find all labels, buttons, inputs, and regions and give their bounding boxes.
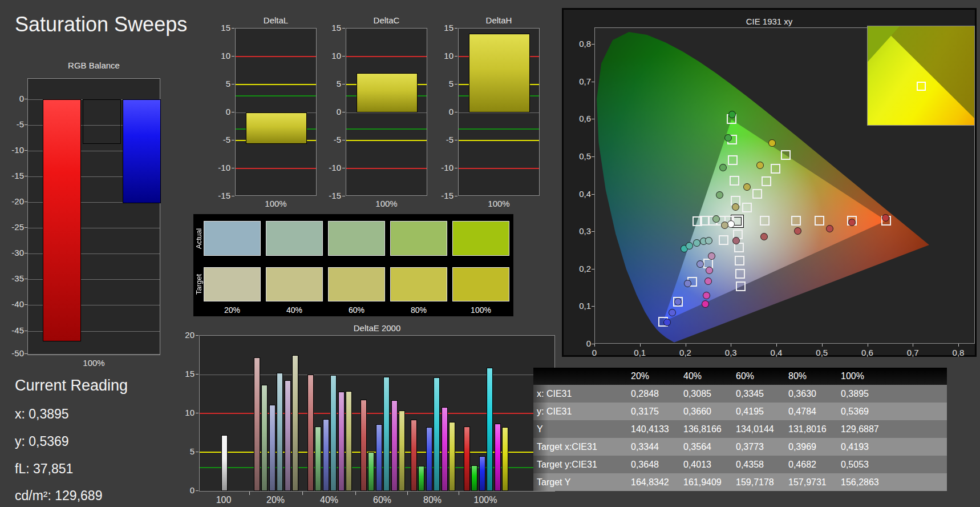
deltae-bar-100%-4: [495, 424, 501, 491]
table-cell: 0,3345: [732, 389, 785, 399]
delta-ref-line: [346, 168, 427, 169]
delta-ref-line: [459, 168, 539, 169]
rgb-y-tick-label: -20: [1, 196, 24, 206]
deltae-bar-40%-4: [338, 392, 345, 491]
cie-x-tick: [822, 344, 823, 347]
cie-y-tick-label: 0,6: [570, 114, 591, 123]
swatch-actual-20%: [204, 221, 261, 256]
cie-target-square: [693, 216, 702, 226]
cie-target-square: [730, 176, 739, 186]
delta-y-tick-label: -10: [433, 163, 453, 172]
table-row-label: Target Y: [533, 477, 627, 488]
delta-y-tick: [232, 28, 234, 29]
rgb-y-tick: [25, 304, 27, 305]
cie-y-tick: [592, 231, 594, 232]
delta-y-tick-label: 0: [433, 107, 453, 116]
delta-plot-deltac: [346, 28, 427, 196]
cie-measurement-dot: [728, 111, 736, 118]
swatch-row-label-actual: Actual: [195, 221, 203, 256]
deltae-y-tick-label: 0: [174, 485, 195, 495]
rgb-y-tick-label: -25: [1, 222, 24, 232]
delta-y-tick-label: -10: [321, 163, 341, 172]
delta-y-tick-label: -5: [210, 135, 230, 144]
delta-y-tick: [455, 112, 457, 112]
delta-ref-line: [236, 95, 316, 96]
table-cell: 0,3344: [627, 442, 680, 452]
swatch-row-label-target: Target: [195, 267, 203, 301]
deltae-x-tick: [249, 492, 250, 495]
deltae-bar-20%-4: [285, 380, 291, 491]
table-header-cell: 40%: [680, 371, 732, 381]
cie-x-tick-label: 0,4: [765, 348, 788, 357]
delta-y-tick-label: -15: [210, 191, 230, 200]
results-table: 20%40%60%80%100%x: CIE310,28480,30850,33…: [533, 368, 947, 490]
table-cell: 0,3660: [680, 407, 732, 417]
table-cell: 0,4784: [785, 407, 837, 417]
deltae-y-tick: [196, 374, 199, 375]
cie-x-tick: [776, 344, 777, 347]
cie-y-tick-label: 0,1: [570, 301, 591, 311]
delta-y-tick-label: -10: [210, 163, 230, 172]
delta-ref-line: [236, 84, 316, 85]
swatch-target-40%: [266, 267, 323, 301]
cie-x-tick-label: 0,5: [811, 348, 833, 357]
table-cell: 0,3969: [785, 442, 837, 452]
delta-y-tick: [342, 28, 345, 29]
delta-grid-line: [459, 112, 539, 113]
table-row-label: x: CIE31: [533, 389, 627, 399]
table-row: y: CIE310,31750,36600,41950,47840,5369: [533, 403, 947, 420]
delta-y-tick: [342, 140, 345, 140]
table-cell: 134,0144: [732, 424, 785, 434]
delta-x-label: 100%: [235, 199, 317, 208]
rgb-y-tick-label: -40: [1, 299, 24, 309]
delta-title-deltal: DeltaL: [235, 15, 317, 25]
deltae-bar-100%-2: [479, 456, 485, 491]
cie-target-square: [752, 189, 762, 199]
deltae-bar-60%-4: [391, 400, 398, 491]
delta-y-tick-label: 10: [321, 51, 341, 61]
current-reading-line: x: 0,3895: [15, 407, 69, 422]
deltae-bar-100-0: [221, 435, 228, 491]
deltae-y-tick: [196, 335, 199, 336]
delta-y-tick: [455, 196, 457, 196]
delta-bar: [246, 112, 307, 144]
delta-bar: [357, 73, 418, 112]
cie-y-tick: [592, 156, 594, 157]
cie-x-tick-label: 0,7: [901, 348, 924, 357]
table-cell: 159,7178: [732, 477, 785, 488]
cie-x-tick: [686, 344, 686, 347]
delta-y-tick-label: 5: [210, 79, 230, 88]
table-cell: 0,3773: [732, 442, 785, 452]
cie-title: CIE 1931 xy: [564, 17, 975, 26]
delta-y-tick-label: 15: [433, 23, 453, 33]
cie-x-tick: [913, 344, 913, 347]
delta-y-tick: [342, 112, 345, 112]
rgb-bar-green: [83, 99, 121, 144]
rgb-y-tick: [25, 279, 27, 279]
delta-y-tick-label: -5: [433, 135, 453, 144]
swatch-col-label: 20%: [204, 305, 261, 315]
swatch-target-100%: [452, 267, 509, 301]
swatch-target-60%: [328, 267, 385, 301]
deltae-x-label-100: 100: [201, 495, 246, 505]
rgb-y-tick: [25, 202, 27, 202]
delta-y-tick-label: 15: [321, 23, 341, 33]
table-cell: 0,4682: [785, 460, 837, 470]
table-row: Y140,4133136,8166134,0144131,8016129,688…: [533, 420, 947, 438]
deltae-x-label-20%: 20%: [253, 495, 298, 505]
delta-y-tick: [455, 56, 457, 57]
delta-y-tick: [455, 28, 457, 29]
deltae-bar-80%-1: [418, 466, 424, 491]
cie-x-tick-label: 0,6: [856, 348, 879, 357]
table-cell: 131,8016: [785, 424, 837, 434]
table-cell: 136,8166: [680, 424, 732, 434]
cie-y-tick: [592, 269, 594, 269]
deltae-bar-100%-0: [464, 426, 470, 491]
rgb-y-tick: [25, 353, 27, 354]
cie-zoom-minimap: [867, 26, 975, 126]
table-cell: 129,6887: [837, 424, 890, 434]
rgb-y-tick: [25, 99, 27, 99]
cie-x-tick-label: 0,2: [674, 348, 697, 357]
table-cell: 0,4193: [837, 442, 890, 452]
delta-y-tick: [455, 140, 457, 140]
